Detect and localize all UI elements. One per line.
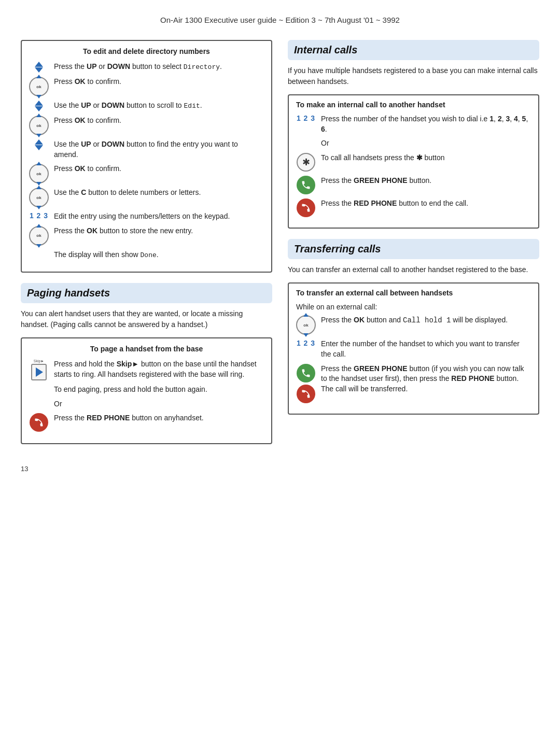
ok-icon-4: ok [29,188,49,207]
internal-calls-header: Internal calls [288,40,539,60]
page-header: On-Air 1300 Executive user guide ~ Editi… [21,16,539,24]
internal-call-box: To make an internal call to another hand… [288,94,539,229]
123-icon-2: 1 2 3 [296,114,316,122]
internal-step-1: 1 2 3 Press the number of the handset yo… [296,114,531,134]
edit-step-3-text: Use the UP or DOWN button to scroll to E… [54,101,264,111]
ok-icon-6: ok [296,315,316,335]
edit-step-10: The display will then show Done. [29,250,264,260]
left-column: To edit and delete directory numbers Pre… [21,40,272,455]
internal-step-4: Press the RED PHONE button to end the ca… [296,199,531,217]
skip-icon: Skip► [29,359,49,380]
page-step-or: Or [29,399,264,409]
edit-step-7: ok Use the C button to delete numbers or… [29,188,264,207]
page-or-text: Or [54,399,264,409]
paging-title: Paging handsets [27,287,266,299]
edit-step-1-text: Press the UP or DOWN button to select Di… [54,62,264,72]
internal-step-4-text: Press the RED PHONE button to end the ca… [321,199,531,209]
transfer-box-title: To transfer an external call between han… [296,289,531,297]
transfer-step-1: ok Press the OK button and Call hold 1 w… [296,315,531,335]
transfer-step-2: 1 2 3 Enter the number of the handset to… [296,339,531,359]
page-step-1-text: Press and hold the Skip► button on the b… [54,359,264,379]
edit-step-9: ok Press the OK button to store the new … [29,226,264,246]
edit-step-4: ok Press OK to confirm. [29,116,264,135]
transfer-intro: While on an external call: [296,302,531,313]
red-phone-icon-1 [29,413,49,432]
paging-section: Paging handsets You can alert handset us… [21,283,272,444]
123-icon-3: 1 2 3 [296,339,316,347]
page-handset-box: To page a handset from the base Skip► Pr… [21,337,272,444]
updown-icon-2 [29,101,49,111]
internal-calls-section: Internal calls If you have multiple hand… [288,40,539,229]
ok-icon-2: ok [29,116,49,135]
edit-delete-box: To edit and delete directory numbers Pre… [21,40,272,273]
internal-step-2: ✱ To call all handsets press the ✱ butto… [296,153,531,172]
edit-step-8-text: Edit the entry using the numbers/letters… [54,211,264,222]
edit-step-9-text: Press the OK button to store the new ent… [54,226,264,236]
internal-call-box-title: To make an internal call to another hand… [296,101,531,109]
edit-step-2: ok Press OK to confirm. [29,77,264,96]
edit-step-2-text: Press OK to confirm. [54,77,264,87]
edit-step-1: Press the UP or DOWN button to select Di… [29,62,264,73]
transferring-calls-header: Transferring calls [288,239,539,259]
transfer-box: To transfer an external call between han… [288,282,539,415]
page-handset-title: To page a handset from the base [29,345,264,353]
transfer-step-3-text: Press the GREEN PHONE button (if you wis… [321,364,531,394]
transfer-step-1-text: Press the OK button and Call hold 1 will… [321,315,531,326]
edit-step-7-text: Use the C button to delete numbers or le… [54,188,264,198]
edit-step-10-text: The display will then show Done. [54,250,264,260]
paging-desc: You can alert handset users that they ar… [21,308,272,330]
page-step-1: Skip► Press and hold the Skip► button on… [29,359,264,380]
right-column: Internal calls If you have multiple hand… [288,40,539,422]
updown-icon-1 [29,62,49,73]
edit-step-5-text: Use the UP or DOWN button to find the en… [54,139,264,160]
transfer-step-2-text: Enter the number of the handset to which… [321,339,531,359]
edit-step-3: Use the UP or DOWN button to scroll to E… [29,101,264,111]
header-title: On-Air 1300 Executive user guide ~ Editi… [160,16,400,24]
green-phone-icon-1 [296,176,316,194]
123-icon-1: 1 2 3 [29,211,49,220]
internal-step-2-text: To call all handsets press the ✱ button [321,153,531,163]
internal-step-1-text: Press the number of the handset you wish… [321,114,531,134]
updown-icon-3 [29,139,49,150]
ok-icon-1: ok [29,77,49,96]
ok-icon-3: ok [29,164,49,183]
page-step-3: Press the RED PHONE button on anyhandset… [29,413,264,432]
green-red-phone-icon [296,364,316,403]
page-number: 13 [21,465,539,473]
page-step-2-text: To end paging, press and hold the button… [54,385,264,395]
edit-delete-title: To edit and delete directory numbers [29,47,264,55]
transfer-step-3: Press the GREEN PHONE button (if you wis… [296,364,531,403]
paging-section-header: Paging handsets [21,283,272,303]
page-step-2: To end paging, press and hold the button… [29,385,264,395]
internal-or-text: Or [321,138,531,149]
internal-calls-title: Internal calls [294,44,533,56]
edit-step-8: 1 2 3 Edit the entry using the numbers/l… [29,211,264,222]
red-phone-icon-2 [296,199,316,217]
edit-step-6: ok Press OK to confirm. [29,164,264,183]
transferring-calls-section: Transferring calls You can transfer an e… [288,239,539,415]
edit-step-4-text: Press OK to confirm. [54,116,264,126]
page-step-3-text: Press the RED PHONE button on anyhandset… [54,413,264,423]
star-icon: ✱ [296,153,316,172]
ok-icon-5: ok [29,226,49,246]
internal-step-3-text: Press the GREEN PHONE button. [321,176,531,186]
transferring-calls-title: Transferring calls [294,243,533,255]
edit-step-6-text: Press OK to confirm. [54,164,264,174]
internal-step-3: Press the GREEN PHONE button. [296,176,531,194]
internal-step-or: Or [296,138,531,149]
edit-step-5: Use the UP or DOWN button to find the en… [29,139,264,160]
internal-calls-desc: If you have multiple handsets registered… [288,65,539,87]
transferring-calls-desc: You can transfer an external call to ano… [288,264,539,275]
main-layout: To edit and delete directory numbers Pre… [21,40,539,455]
